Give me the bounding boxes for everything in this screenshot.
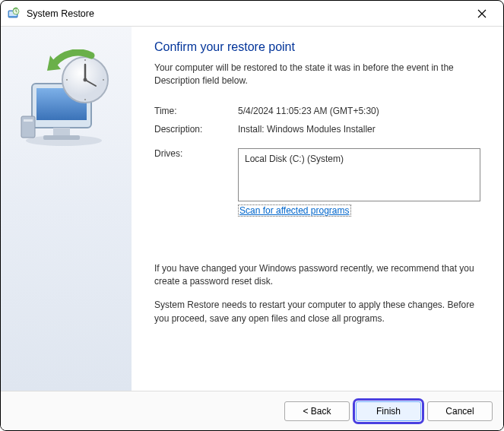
restore-graphic-icon <box>17 49 116 148</box>
description-row: Description: Install: Windows Modules In… <box>154 124 480 135</box>
svg-point-18 <box>84 99 86 100</box>
page-heading: Confirm your restore point <box>154 40 480 54</box>
content-area: Confirm your restore point Your computer… <box>1 27 503 391</box>
cancel-button[interactable]: Cancel <box>427 401 493 421</box>
main-panel: Confirm your restore point Your computer… <box>132 27 503 391</box>
svg-point-19 <box>66 79 68 81</box>
warning-section: If you have changed your Windows passwor… <box>154 262 480 326</box>
svg-rect-8 <box>53 128 70 135</box>
app-icon <box>7 7 21 21</box>
restart-warning: System Restore needs to restart your com… <box>154 299 480 325</box>
drives-label: Drives: <box>154 148 238 217</box>
page-subtitle: Your computer will be restored to the st… <box>154 62 480 87</box>
description-value: Install: Windows Modules Installer <box>238 124 480 135</box>
window-title: System Restore <box>27 8 467 19</box>
svg-rect-11 <box>24 119 33 122</box>
time-value: 5/4/2024 11:05:23 AM (GMT+5:30) <box>238 106 480 116</box>
footer: < Back Finish Cancel <box>1 391 503 430</box>
password-warning: If you have changed your Windows passwor… <box>154 262 480 289</box>
svg-rect-9 <box>43 135 80 140</box>
close-button[interactable] <box>467 3 497 24</box>
description-label: Description: <box>154 124 238 135</box>
time-label: Time: <box>154 106 238 116</box>
drive-item: Local Disk (C:) (System) <box>245 154 344 164</box>
sidebar <box>1 27 132 391</box>
drives-row: Drives: Local Disk (C:) (System) Scan fo… <box>154 148 480 217</box>
scan-affected-link[interactable]: Scan for affected programs <box>238 204 351 217</box>
time-row: Time: 5/4/2024 11:05:23 AM (GMT+5:30) <box>154 106 480 116</box>
svg-point-17 <box>103 79 104 81</box>
finish-button[interactable]: Finish <box>356 401 421 421</box>
back-button[interactable]: < Back <box>284 401 350 421</box>
drives-listbox[interactable]: Local Disk (C:) (System) <box>238 148 480 201</box>
svg-point-16 <box>84 59 86 61</box>
titlebar: System Restore <box>1 1 503 27</box>
